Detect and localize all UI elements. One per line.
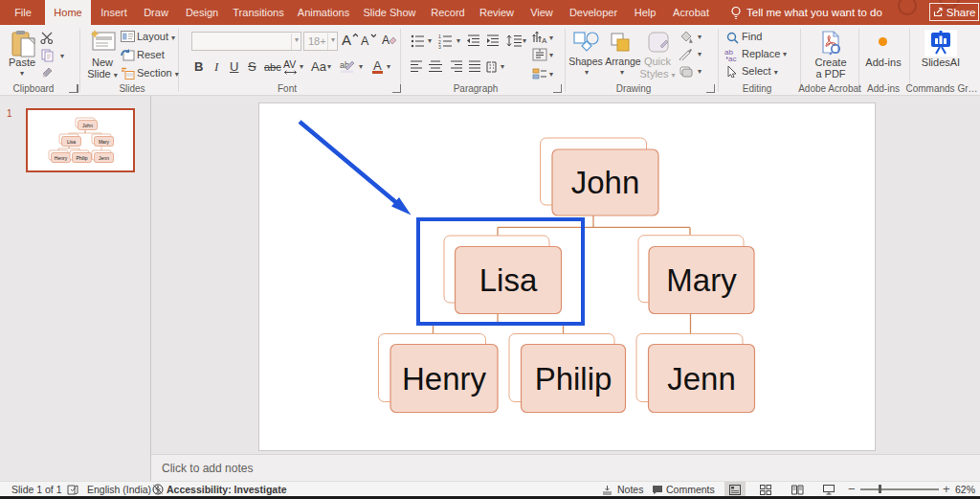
- svg-text:Henry: Henry: [55, 155, 68, 161]
- svg-text:John: John: [82, 123, 93, 128]
- svg-text:AV: AV: [283, 59, 296, 70]
- svg-text:A: A: [542, 36, 547, 44]
- svg-text:Philip: Philip: [76, 155, 87, 161]
- svg-text:Mary: Mary: [666, 262, 737, 298]
- svg-text:Lisa: Lisa: [479, 262, 538, 298]
- svg-text:A: A: [382, 34, 390, 47]
- svg-text:John: John: [571, 165, 640, 200]
- svg-text:Philip: Philip: [535, 361, 612, 397]
- svg-text:Jenn: Jenn: [99, 155, 109, 161]
- svg-text:Jenn: Jenn: [667, 361, 736, 397]
- svg-text:3: 3: [438, 44, 441, 49]
- svg-text:A: A: [361, 34, 369, 47]
- svg-text:Mary: Mary: [99, 139, 110, 145]
- svg-text:Lisa: Lisa: [67, 139, 76, 145]
- svg-text:A: A: [342, 32, 351, 47]
- svg-text:ac: ac: [728, 55, 736, 61]
- svg-text:Henry: Henry: [402, 361, 487, 397]
